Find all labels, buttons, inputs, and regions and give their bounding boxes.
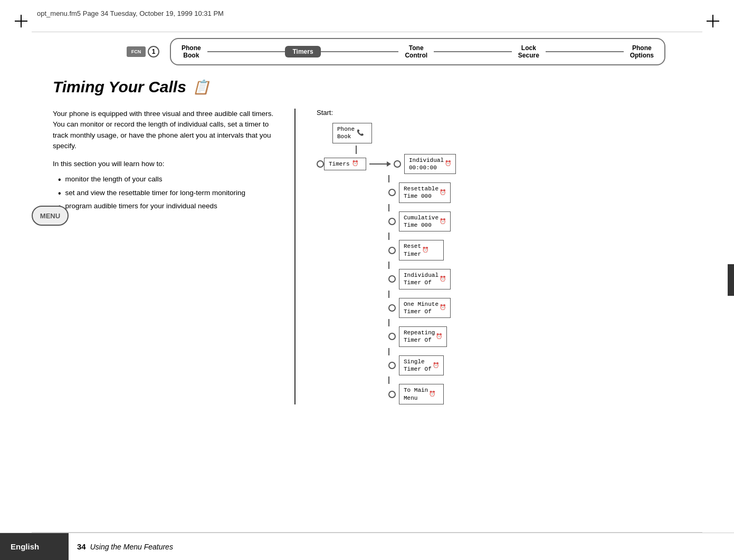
cumulative-bullet: [388, 218, 396, 225]
timers-bullet: [317, 160, 324, 168]
vert-c3: [388, 233, 389, 240]
right-marker: [728, 264, 734, 296]
corner-tl: [15, 15, 27, 27]
flow-items-stack: ResettableTime 000 ⏰ CumulativeTime 000 …: [388, 174, 681, 404]
vert-c5: [388, 291, 389, 298]
single-bullet: [388, 362, 396, 369]
language-badge: English: [0, 533, 69, 560]
vert-c7: [388, 348, 389, 355]
repeating-label: RepeatingTimer Of: [404, 329, 435, 344]
cumulative-label: CumulativeTime 000: [404, 214, 439, 229]
vert-c8: [388, 376, 389, 384]
single-icon: ⏰: [433, 362, 439, 369]
flow-cumulative-box: CumulativeTime 000 ⏰: [399, 211, 451, 232]
flow-main-menu-item: To MainMenu ⏰: [388, 384, 681, 404]
flow-main-menu-box: To MainMenu ⏰: [399, 384, 444, 404]
resettable-bullet: [388, 189, 396, 196]
one-min-label: One MinuteTimer Of: [404, 301, 439, 316]
section-label: In this section you will learn how to:: [53, 160, 284, 168]
flow-phone-book-box: PhoneBook 📞: [332, 123, 372, 143]
tab-lock-secure[interactable]: LockSecure: [512, 42, 546, 62]
menu-button-label: MENU: [40, 212, 60, 220]
timers-icon: ⏰: [352, 160, 358, 167]
vert-connector-top: [356, 146, 357, 154]
flow-resettable-row: [388, 175, 681, 182]
main-content: Timing Your Calls 📋 Your phone is equipp…: [53, 78, 681, 404]
tab-phone-book[interactable]: PhoneBook: [175, 42, 207, 62]
vert-c7-wrap: [388, 348, 681, 355]
flow-resettable-item: ResettableTime 000 ⏰: [388, 182, 681, 203]
nav-divider-2: [321, 51, 399, 52]
cumulative-icon: ⏰: [440, 218, 446, 225]
flow-timers-row: Timers ⏰ Individual00:00:00: [317, 154, 681, 175]
resettable-icon: ⏰: [440, 189, 446, 196]
list-item: monitor the length of your calls: [58, 173, 284, 187]
nav-bar: FCN 1 PhoneBook Timers ToneControl LockS…: [127, 38, 665, 65]
vert-c6: [388, 319, 389, 326]
flow-arrow: [369, 163, 390, 165]
flow-phone-book-label: PhoneBook: [337, 125, 355, 141]
tab-timers[interactable]: Timers: [285, 46, 320, 57]
vert-c5-wrap: [388, 291, 681, 298]
arrow-line: [369, 163, 390, 165]
page-title-text: Timing Your Calls: [53, 78, 186, 96]
page-caption: Using the Menu Features: [90, 543, 173, 551]
flow-repeating-item: RepeatingTimer Of ⏰: [388, 326, 681, 347]
page-number: 34: [77, 542, 86, 551]
nav-tabs-container: PhoneBook Timers ToneControl LockSecure …: [170, 38, 665, 65]
language-text: English: [11, 542, 39, 551]
top-rule: [32, 32, 702, 32]
indiv-timer-icon: ⏰: [440, 276, 446, 283]
fcn-icon: FCN: [127, 46, 146, 57]
vert-c2: [388, 204, 389, 211]
main-menu-bullet: [388, 391, 396, 398]
right-column: Start: PhoneBook 📞 Timers: [295, 109, 681, 404]
flow-single-item: SingleTimer Of ⏰: [388, 355, 681, 376]
flow-repeating-box: RepeatingTimer Of ⏰: [399, 326, 447, 347]
flow-phone-book-row: PhoneBook 📞: [332, 123, 681, 143]
main-menu-label: To MainMenu: [404, 387, 428, 402]
flow-individual-box: Individual00:00:00 ⏰: [404, 154, 456, 175]
vert-c3-wrap: [388, 233, 681, 240]
flow-indiv-timer-item: IndividualTimer Of ⏰: [388, 269, 681, 289]
flow-timers-box: Timers ⏰: [324, 158, 366, 170]
page-title-area: Timing Your Calls 📋: [53, 78, 681, 96]
vert-c6-wrap: [388, 319, 681, 326]
intro-text: Your phone is equipped with three visual…: [53, 109, 284, 151]
timers-label: Timers: [329, 160, 350, 168]
corner-tr: [707, 15, 719, 27]
nav-divider-3: [434, 51, 512, 52]
flow-first-item: Individual00:00:00 ⏰: [394, 154, 456, 175]
reset-icon: ⏰: [422, 247, 428, 254]
main-menu-icon: ⏰: [429, 391, 435, 398]
bottom-bar: English 34 Using the Menu Features: [0, 533, 734, 560]
reset-label: ResetTimer: [404, 243, 421, 258]
flow-indiv-timer-box: IndividualTimer Of ⏰: [399, 269, 451, 289]
menu-button[interactable]: MENU: [32, 206, 69, 226]
flow-diagram: PhoneBook 📞 Timers ⏰: [317, 123, 681, 404]
tab-tone-control[interactable]: ToneControl: [398, 42, 434, 62]
two-col-layout: Your phone is equipped with three visual…: [53, 109, 681, 404]
nav-divider-1: [207, 51, 285, 52]
vert-c8-wrap: [388, 376, 681, 384]
vert-c4-wrap: [388, 262, 681, 269]
page-title-icon: 📋: [193, 79, 209, 95]
nav-divider-4: [546, 51, 624, 52]
vert-c1: [388, 175, 389, 182]
indiv-timer-bullet: [388, 275, 396, 283]
one-min-icon: ⏰: [440, 304, 446, 311]
list-item: program audible timers for your individu…: [58, 200, 284, 214]
flow-one-min-box: One MinuteTimer Of ⏰: [399, 298, 451, 318]
flow-one-min-item: One MinuteTimer Of ⏰: [388, 298, 681, 318]
bullet-list: monitor the length of your calls set and…: [53, 173, 284, 214]
single-label: SingleTimer Of: [404, 358, 432, 373]
start-label: Start:: [317, 109, 681, 117]
one-icon: 1: [148, 46, 159, 57]
tab-phone-options[interactable]: PhoneOptions: [624, 42, 660, 62]
indiv-timer-label: IndividualTimer Of: [404, 272, 439, 287]
flow-single-box: SingleTimer Of ⏰: [399, 355, 444, 376]
flow-reset-item: ResetTimer ⏰: [388, 240, 681, 260]
individual-icon: ⏰: [445, 160, 451, 167]
vert-c2-wrap: [388, 204, 681, 211]
individual-bullet: [394, 160, 401, 168]
